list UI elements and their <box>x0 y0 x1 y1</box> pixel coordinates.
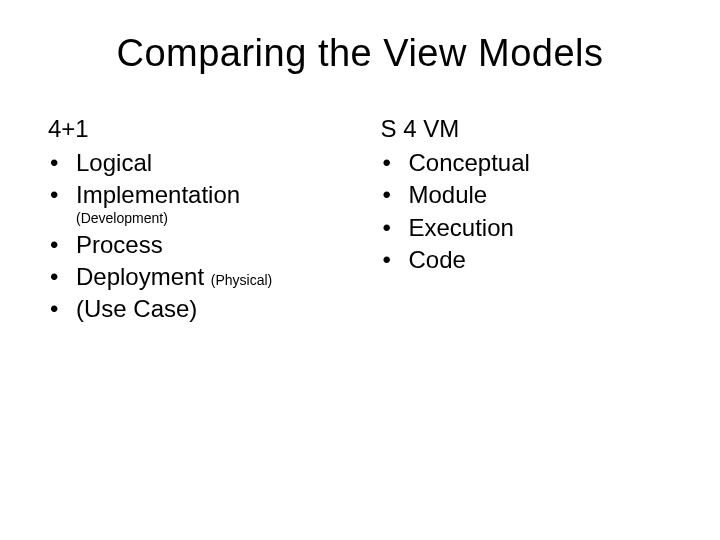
list-item: • Process <box>48 229 372 261</box>
item-main-text: Deployment <box>76 263 204 290</box>
item-text: Logical <box>76 147 152 179</box>
bullet-icon: • <box>380 147 408 179</box>
item-subnote: (Development) <box>48 210 372 227</box>
columns-container: 4+1 • Logical • Implementation (Developm… <box>48 115 672 326</box>
item-text: Implementation <box>76 179 240 211</box>
bullet-icon: • <box>48 229 76 261</box>
bullet-icon: • <box>48 293 76 325</box>
right-column: S 4 VM • Conceptual • Module • Execution… <box>372 115 672 326</box>
item-text: Module <box>408 179 487 211</box>
bullet-icon: • <box>48 261 76 293</box>
list-item: • Deployment (Physical) <box>48 261 372 293</box>
list-item: • Module <box>380 179 672 211</box>
right-list: • Conceptual • Module • Execution • Code <box>380 147 672 277</box>
list-item: • Implementation <box>48 179 372 211</box>
list-item: • Code <box>380 244 672 276</box>
list-item: • Logical <box>48 147 372 179</box>
item-text: Deployment (Physical) <box>76 261 272 293</box>
list-item: • (Use Case) <box>48 293 372 325</box>
bullet-icon: • <box>380 244 408 276</box>
item-text: Conceptual <box>408 147 529 179</box>
bullet-icon: • <box>48 147 76 179</box>
bullet-icon: • <box>380 179 408 211</box>
left-list: • Logical • Implementation (Development)… <box>48 147 372 326</box>
list-item: • Conceptual <box>380 147 672 179</box>
bullet-icon: • <box>48 179 76 211</box>
left-heading: 4+1 <box>48 115 372 143</box>
bullet-icon: • <box>380 212 408 244</box>
left-column: 4+1 • Logical • Implementation (Developm… <box>48 115 372 326</box>
item-text: Execution <box>408 212 513 244</box>
item-text: (Use Case) <box>76 293 197 325</box>
item-inline-small: (Physical) <box>211 272 272 288</box>
list-item: • Execution <box>380 212 672 244</box>
right-heading: S 4 VM <box>380 115 672 143</box>
item-text: Code <box>408 244 465 276</box>
item-text: Process <box>76 229 163 261</box>
slide-title: Comparing the View Models <box>48 32 672 75</box>
